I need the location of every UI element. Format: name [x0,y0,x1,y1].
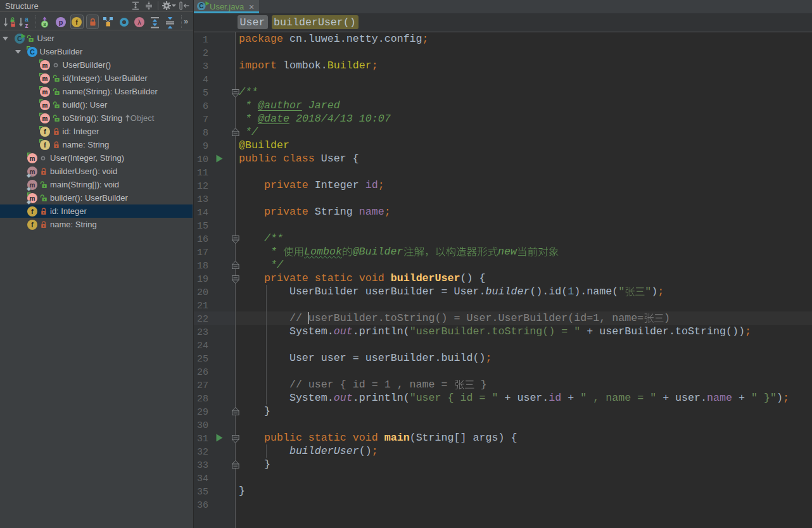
svg-text:f: f [75,18,78,26]
svg-text:p: p [59,18,63,26]
svg-text:8: 8 [43,22,46,27]
svg-text:λ: λ [137,18,141,26]
svg-text:C: C [199,3,203,9]
svg-text:z: z [25,22,29,28]
